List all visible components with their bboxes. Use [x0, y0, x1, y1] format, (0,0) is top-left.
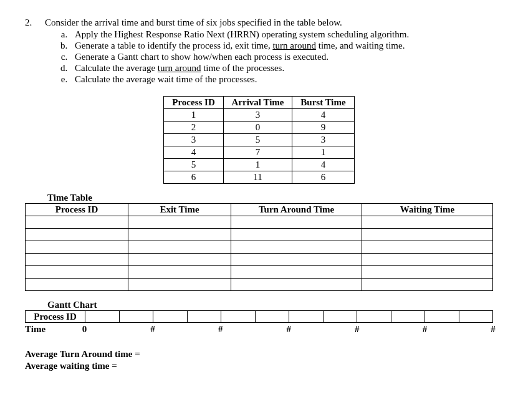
cell-arrival: 5 [224, 134, 292, 146]
cell-pid: 4 [164, 146, 224, 159]
cell-pid: 1 [164, 109, 224, 122]
empty-cell [231, 279, 362, 291]
sub-item-d-underline: turn around [158, 63, 201, 73]
cell-burst: 9 [292, 122, 355, 134]
gantt-tick [459, 310, 459, 323]
question-block: 2. Consider the arrival time and burst t… [25, 17, 493, 85]
average-tat-label: Average Turn Around time = [25, 349, 493, 360]
gantt-segment [85, 310, 153, 323]
cell-burst: 3 [292, 134, 355, 146]
sub-item-b-post: time, and waiting time. [316, 41, 405, 50]
empty-cell [362, 266, 493, 279]
gantt-chart: Process ID Time 0 # # # # # # [25, 310, 493, 335]
table-row [26, 254, 493, 266]
sub-item-a-text: Apply the Highest Response Ratio Next (H… [75, 29, 409, 39]
empty-cell [26, 229, 128, 241]
gantt-chart-label: Gantt Chart [47, 300, 493, 310]
process-table: Process ID Arrival Time Burst Time 1 3 4… [163, 96, 355, 184]
averages-block: Average Turn Around time = Average waiti… [25, 349, 493, 371]
sub-item-b: Generate a table to identify the process… [70, 41, 493, 51]
empty-cell [26, 216, 128, 229]
header-process-id: Process ID [26, 204, 128, 216]
cell-arrival: 1 [224, 159, 292, 171]
time-table-header-row: Process ID Exit Time Turn Around Time Wa… [26, 204, 493, 216]
table-row: 5 1 4 [164, 159, 355, 171]
cell-burst: 1 [292, 146, 355, 159]
gantt-tick [255, 310, 256, 323]
table-row: 3 5 3 [164, 134, 355, 146]
header-burst-time: Burst Time [292, 97, 355, 109]
gantt-tick [391, 310, 391, 323]
gantt-tick [187, 310, 188, 323]
gantt-segment [153, 310, 221, 323]
sub-item-e-text: Calculate the average wait time of the p… [75, 74, 257, 84]
empty-cell [26, 254, 128, 266]
sub-item-e: Calculate the average wait time of the p… [70, 74, 493, 85]
gantt-time-label: Time [25, 324, 61, 335]
empty-cell [128, 241, 231, 254]
cell-burst: 6 [292, 171, 355, 184]
process-table-container: Process ID Arrival Time Burst Time 1 3 4… [25, 96, 493, 184]
sub-item-d-post: time of the processes. [201, 63, 284, 73]
cell-arrival: 3 [224, 109, 292, 122]
time-mark: # [491, 324, 496, 335]
time-mark: # [286, 324, 291, 335]
header-waiting-time: Waiting Time [362, 204, 493, 216]
sub-item-b-pre: Generate a table to identify the process… [75, 41, 272, 50]
sub-item-c: Generate a Gantt chart to show how/when … [70, 52, 493, 62]
cell-burst: 4 [292, 109, 355, 122]
question-intro: Consider the arrival time and burst time… [45, 17, 493, 28]
empty-cell [362, 254, 493, 266]
empty-cell [26, 279, 128, 291]
gantt-segment [289, 310, 357, 323]
time-table: Process ID Exit Time Turn Around Time Wa… [25, 203, 493, 291]
gantt-process-row: Process ID [25, 310, 493, 323]
gantt-time-marks: 0 # # # # # # [61, 324, 493, 335]
empty-cell [231, 254, 362, 266]
sub-item-b-underline: turn around [272, 41, 316, 50]
cell-arrival: 0 [224, 122, 292, 134]
empty-cell [26, 266, 128, 279]
cell-pid: 6 [164, 171, 224, 184]
empty-cell [362, 216, 493, 229]
table-row [26, 216, 493, 229]
header-process-id: Process ID [164, 97, 224, 109]
table-row [26, 241, 493, 254]
cell-arrival: 11 [224, 171, 292, 184]
header-arrival-time: Arrival Time [224, 97, 292, 109]
empty-cell [362, 241, 493, 254]
header-exit-time: Exit Time [128, 204, 231, 216]
sub-item-a: Apply the Highest Response Ratio Next (H… [70, 29, 493, 40]
time-mark: # [355, 324, 360, 335]
process-table-header-row: Process ID Arrival Time Burst Time [164, 97, 355, 109]
table-row [26, 266, 493, 279]
sub-item-d: Calculate the average turn around time o… [70, 63, 493, 74]
empty-cell [128, 216, 231, 229]
empty-cell [362, 229, 493, 241]
cell-pid: 3 [164, 134, 224, 146]
table-row: 1 3 4 [164, 109, 355, 122]
cell-pid: 2 [164, 122, 224, 134]
table-row [26, 229, 493, 241]
gantt-row-label: Process ID [25, 310, 85, 323]
table-row: 4 7 1 [164, 146, 355, 159]
time-mark: # [218, 324, 223, 335]
gantt-segment [425, 310, 493, 323]
cell-arrival: 7 [224, 146, 292, 159]
gantt-time-row: Time 0 # # # # # # [25, 324, 493, 335]
gantt-tick [323, 310, 324, 323]
empty-cell [231, 241, 362, 254]
gantt-tick [119, 310, 120, 323]
time-mark: # [150, 324, 155, 335]
empty-cell [231, 216, 362, 229]
empty-cell [231, 266, 362, 279]
gantt-segment [357, 310, 425, 323]
table-row: 6 11 6 [164, 171, 355, 184]
header-turn-around-time: Turn Around Time [231, 204, 362, 216]
cell-pid: 5 [164, 159, 224, 171]
empty-cell [128, 279, 231, 291]
gantt-segments [85, 310, 493, 323]
average-wait-label: Average waiting time = [25, 361, 493, 371]
empty-cell [128, 266, 231, 279]
sub-item-d-pre: Calculate the average [75, 63, 158, 73]
